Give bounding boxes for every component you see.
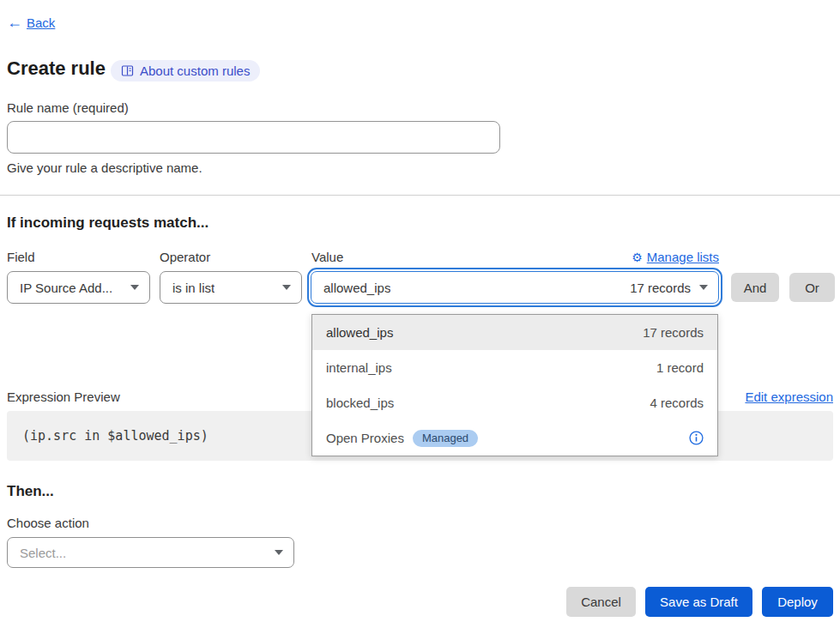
- about-custom-rules-label: About custom rules: [140, 63, 250, 78]
- back-arrow-icon: ←: [7, 14, 22, 32]
- list-item-records: 1 record: [656, 360, 704, 375]
- manage-lists-label: Manage lists: [647, 250, 719, 264]
- value-select[interactable]: allowed_ips 17 records: [311, 271, 719, 304]
- back-label: Back: [27, 15, 55, 30]
- create-rule-page: ←Back Create rule About custom rules Rul…: [0, 0, 840, 634]
- action-select-placeholder: Select...: [20, 546, 66, 560]
- chevron-down-icon: [699, 285, 708, 290]
- list-item-blocked-ips[interactable]: blocked_ips 4 records: [312, 385, 717, 420]
- and-button[interactable]: And: [731, 273, 779, 302]
- book-icon: [121, 64, 134, 77]
- deploy-button[interactable]: Deploy: [762, 587, 833, 617]
- action-select[interactable]: Select...: [7, 537, 294, 568]
- manage-lists-link[interactable]: ⚙Manage lists: [632, 250, 719, 264]
- page-title: Create rule: [7, 57, 106, 80]
- chevron-down-icon: [275, 550, 283, 555]
- field-select[interactable]: IP Source Add...: [7, 271, 150, 304]
- cancel-button[interactable]: Cancel: [566, 587, 636, 617]
- expression-preview-label: Expression Preview: [7, 389, 120, 404]
- list-item-records: 17 records: [643, 325, 704, 340]
- section-divider: [0, 195, 840, 196]
- list-item-name: allowed_ips: [326, 325, 393, 340]
- about-custom-rules-link[interactable]: About custom rules: [111, 60, 260, 82]
- list-dropdown-menu: allowed_ips 17 records internal_ips 1 re…: [311, 314, 718, 456]
- list-item-name: Open Proxies: [326, 431, 404, 445]
- list-item-records: 4 records: [650, 395, 704, 410]
- value-column-label: Value: [311, 250, 343, 264]
- rule-name-label: Rule name (required): [7, 100, 129, 115]
- or-button[interactable]: Or: [789, 273, 835, 302]
- info-icon[interactable]: [689, 431, 704, 445]
- operator-select-value: is in list: [172, 281, 215, 295]
- match-section-heading: If incoming requests match...: [7, 214, 208, 232]
- list-item-name: blocked_ips: [326, 395, 394, 410]
- list-item-internal-ips[interactable]: internal_ips 1 record: [312, 350, 717, 385]
- value-select-value: allowed_ips: [323, 281, 390, 295]
- rule-name-input[interactable]: [7, 121, 500, 154]
- field-select-value: IP Source Add...: [20, 281, 112, 295]
- edit-expression-link[interactable]: Edit expression: [745, 389, 833, 404]
- operator-select[interactable]: is in list: [160, 271, 302, 304]
- chevron-down-icon: [282, 285, 291, 290]
- edit-expression-label: Edit expression: [745, 389, 833, 404]
- rule-name-helper: Give your rule a descriptive name.: [7, 160, 202, 175]
- expression-code: (ip.src in $allowed_ips): [22, 428, 208, 444]
- list-item-open-proxies[interactable]: Open Proxies Managed: [312, 420, 717, 456]
- managed-badge: Managed: [413, 430, 478, 447]
- save-as-draft-button[interactable]: Save as Draft: [645, 587, 752, 617]
- choose-action-label: Choose action: [7, 516, 89, 530]
- then-section-heading: Then...: [7, 483, 54, 500]
- operator-column-label: Operator: [160, 250, 210, 264]
- value-select-records: 17 records: [630, 281, 691, 295]
- chevron-down-icon: [130, 285, 139, 290]
- gear-icon: ⚙: [632, 251, 643, 264]
- list-item-allowed-ips[interactable]: allowed_ips 17 records: [312, 315, 717, 350]
- back-link[interactable]: ←Back: [7, 14, 55, 32]
- field-column-label: Field: [7, 250, 35, 264]
- list-item-name: internal_ips: [326, 360, 392, 375]
